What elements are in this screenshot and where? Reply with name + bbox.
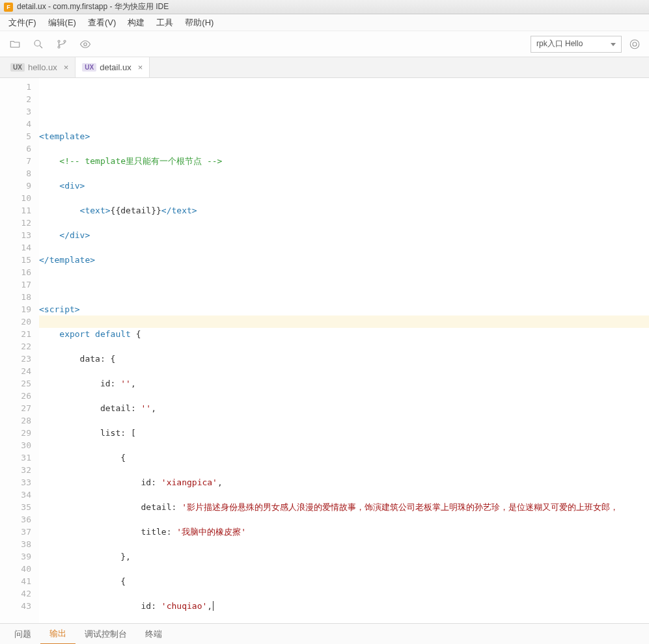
svg-point-0 (35, 40, 40, 46)
menu-tools[interactable]: 工具 (150, 17, 179, 29)
menu-bar: 文件(F) 编辑(E) 查看(V) 构建 工具 帮助(H) (0, 14, 649, 31)
tab-terminal[interactable]: 终端 (136, 628, 171, 640)
app-icon: F (4, 3, 13, 12)
preview-icon[interactable] (76, 34, 95, 54)
line-gutter: 1234567891011121314151617181920212223242… (0, 78, 39, 623)
rpk-entry-label: rpk入口 Hello (536, 38, 583, 49)
close-icon[interactable]: × (64, 62, 69, 72)
close-icon[interactable]: × (138, 62, 143, 72)
tab-problems[interactable]: 问题 (5, 628, 40, 640)
svg-point-4 (64, 40, 66, 42)
search-icon[interactable] (29, 34, 48, 54)
tab-label: detail.ux (100, 62, 131, 72)
menu-help[interactable]: 帮助(H) (179, 17, 219, 29)
ux-badge-icon: UX (10, 63, 25, 72)
branch-icon[interactable] (52, 34, 72, 54)
svg-point-2 (58, 40, 60, 42)
menu-file[interactable]: 文件(F) (3, 17, 42, 29)
folder-icon[interactable] (5, 34, 25, 54)
editor-tabs: UX hello.ux × UX detail.ux × (0, 57, 649, 78)
toolbar: rpk入口 Hello (0, 31, 649, 57)
svg-point-7 (633, 42, 637, 46)
run-icon[interactable] (626, 35, 644, 53)
tab-debug-console[interactable]: 调试控制台 (76, 628, 136, 640)
tab-label: hello.ux (28, 62, 57, 72)
svg-line-1 (40, 46, 42, 48)
title-bar: F detail.ux - com.my.firstapp - 华为快应用 ID… (0, 0, 649, 14)
svg-point-3 (58, 46, 60, 48)
code-editor[interactable]: 1234567891011121314151617181920212223242… (0, 78, 649, 623)
bottom-panel-tabs: 问题 输出 调试控制台 终端 (0, 623, 649, 644)
svg-point-5 (84, 42, 87, 46)
menu-edit[interactable]: 编辑(E) (42, 17, 82, 29)
menu-view[interactable]: 查看(V) (82, 17, 122, 29)
ux-badge-icon: UX (82, 63, 96, 72)
window-title: detail.ux - com.my.firstapp - 华为快应用 IDE (17, 1, 169, 12)
tab-output[interactable]: 输出 (40, 624, 76, 645)
svg-point-6 (630, 40, 639, 49)
tab-detail[interactable]: UX detail.ux × (76, 57, 150, 77)
code-area[interactable]: <template> <!-- template里只能有一个根节点 --> <d… (39, 78, 649, 623)
menu-build[interactable]: 构建 (122, 17, 150, 29)
tab-hello[interactable]: UX hello.ux × (4, 57, 76, 77)
rpk-entry-select[interactable]: rpk入口 Hello (531, 36, 622, 53)
text-cursor (213, 601, 214, 611)
